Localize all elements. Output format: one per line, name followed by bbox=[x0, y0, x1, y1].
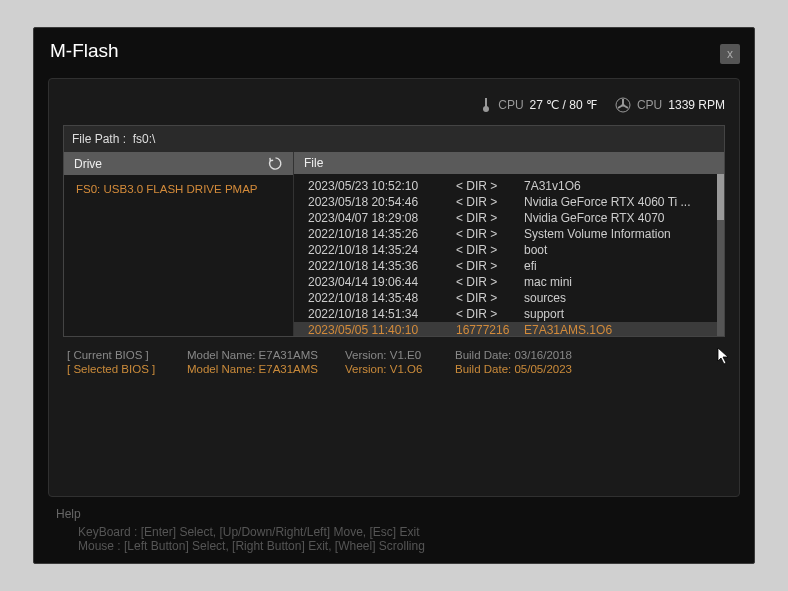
file-header-label: File bbox=[304, 156, 323, 170]
help-block: Help KeyBoard : [Enter] Select, [Up/Down… bbox=[34, 507, 754, 563]
cpu-temp-label: CPU bbox=[498, 98, 523, 112]
file-row[interactable]: 2023/04/14 19:06:44< DIR >mac mini bbox=[294, 274, 724, 290]
file-row[interactable]: 2022/10/18 14:35:48< DIR >sources bbox=[294, 290, 724, 306]
bios-selected-ver: Version: V1.O6 bbox=[345, 363, 455, 375]
close-icon: x bbox=[727, 47, 733, 61]
svg-point-1 bbox=[483, 106, 489, 112]
drive-row[interactable]: FS0: USB3.0 FLASH DRIVE PMAP bbox=[64, 181, 293, 197]
file-type: < DIR > bbox=[456, 275, 524, 289]
file-type: < DIR > bbox=[456, 227, 524, 241]
file-path-label: File Path : bbox=[72, 132, 126, 146]
file-header: File bbox=[294, 152, 724, 174]
cpu-fan-label: CPU bbox=[637, 98, 662, 112]
thermometer-icon bbox=[480, 97, 492, 113]
bios-selected-tag: [ Selected BIOS ] bbox=[67, 363, 187, 375]
file-date: 2023/04/14 19:06:44 bbox=[308, 275, 456, 289]
file-type: < DIR > bbox=[456, 211, 524, 225]
file-row[interactable]: 2022/10/18 14:35:26< DIR >System Volume … bbox=[294, 226, 724, 242]
file-date: 2022/10/18 14:51:34 bbox=[308, 307, 456, 321]
bios-current-build: Build Date: 03/16/2018 bbox=[455, 349, 615, 361]
inner-panel: CPU 27 ℃ / 80 ℉ CPU 1339 RPM File Path :… bbox=[48, 78, 740, 497]
file-row[interactable]: 2023/05/05 11:40:1016777216E7A31AMS.1O6 bbox=[294, 322, 724, 336]
file-type: < DIR > bbox=[456, 259, 524, 273]
file-name: sources bbox=[524, 291, 710, 305]
drive-header-label: Drive bbox=[74, 157, 102, 171]
cpu-fan: CPU 1339 RPM bbox=[615, 97, 725, 113]
scrollbar-thumb[interactable] bbox=[717, 174, 724, 220]
file-name: Nvidia GeForce RTX 4070 bbox=[524, 211, 710, 225]
app-title: M-Flash bbox=[50, 40, 119, 62]
file-date: 2022/10/18 14:35:26 bbox=[308, 227, 456, 241]
file-name: Nvidia GeForce RTX 4060 Ti ... bbox=[524, 195, 710, 209]
cpu-temp-value: 27 ℃ / 80 ℉ bbox=[530, 98, 597, 112]
file-date: 2023/05/05 11:40:10 bbox=[308, 323, 456, 336]
file-type: 16777216 bbox=[456, 323, 524, 336]
close-button[interactable]: x bbox=[720, 44, 740, 64]
bios-current-tag: [ Current BIOS ] bbox=[67, 349, 187, 361]
scrollbar[interactable] bbox=[717, 174, 724, 336]
bios-current-model: Model Name: E7A31AMS bbox=[187, 349, 345, 361]
bios-current-row: [ Current BIOS ] Model Name: E7A31AMS Ve… bbox=[67, 349, 721, 361]
file-row[interactable]: 2022/10/18 14:51:34< DIR >support bbox=[294, 306, 724, 322]
file-date: 2023/04/07 18:29:08 bbox=[308, 211, 456, 225]
file-row[interactable]: 2022/10/18 14:35:36< DIR >efi bbox=[294, 258, 724, 274]
cpu-temp: CPU 27 ℃ / 80 ℉ bbox=[480, 97, 597, 113]
cpu-fan-value: 1339 RPM bbox=[668, 98, 725, 112]
file-path-value: fs0:\ bbox=[133, 132, 156, 146]
file-date: 2023/05/23 10:52:10 bbox=[308, 179, 456, 193]
file-date: 2022/10/18 14:35:36 bbox=[308, 259, 456, 273]
drive-column: Drive FS0: USB3.0 FLASH DRIVE PMAP bbox=[64, 152, 294, 336]
file-path-bar: File Path : fs0:\ bbox=[64, 126, 724, 152]
file-list[interactable]: 2023/05/23 10:52:10< DIR >7A31v1O62023/0… bbox=[294, 174, 724, 336]
fan-icon bbox=[615, 97, 631, 113]
bios-selected-row: [ Selected BIOS ] Model Name: E7A31AMS V… bbox=[67, 363, 721, 375]
file-browser: File Path : fs0:\ Drive FS0: USB3.0 FLAS bbox=[63, 125, 725, 337]
file-type: < DIR > bbox=[456, 291, 524, 305]
file-row[interactable]: 2023/05/23 10:52:10< DIR >7A31v1O6 bbox=[294, 178, 724, 194]
file-name: efi bbox=[524, 259, 710, 273]
titlebar: M-Flash x bbox=[34, 28, 754, 68]
file-type: < DIR > bbox=[456, 179, 524, 193]
file-name: mac mini bbox=[524, 275, 710, 289]
file-name: support bbox=[524, 307, 710, 321]
bios-current-ver: Version: V1.E0 bbox=[345, 349, 455, 361]
drive-header: Drive bbox=[64, 152, 293, 175]
file-date: 2022/10/18 14:35:24 bbox=[308, 243, 456, 257]
file-date: 2022/10/18 14:35:48 bbox=[308, 291, 456, 305]
file-name: boot bbox=[524, 243, 710, 257]
mflash-window: M-Flash x CPU 27 ℃ / 80 ℉ CPU bbox=[33, 27, 755, 564]
file-name: E7A31AMS.1O6 bbox=[524, 323, 710, 336]
file-type: < DIR > bbox=[456, 243, 524, 257]
help-keyboard: KeyBoard : [Enter] Select, [Up/Down/Righ… bbox=[78, 525, 732, 539]
svg-point-3 bbox=[621, 104, 624, 107]
file-column: File 2023/05/23 10:52:10< DIR >7A31v1O62… bbox=[294, 152, 724, 336]
file-date: 2023/05/18 20:54:46 bbox=[308, 195, 456, 209]
file-row[interactable]: 2023/05/18 20:54:46< DIR >Nvidia GeForce… bbox=[294, 194, 724, 210]
file-name: 7A31v1O6 bbox=[524, 179, 710, 193]
help-mouse: Mouse : [Left Button] Select, [Right But… bbox=[78, 539, 732, 553]
file-name: System Volume Information bbox=[524, 227, 710, 241]
browser-columns: Drive FS0: USB3.0 FLASH DRIVE PMAP bbox=[64, 152, 724, 336]
file-row[interactable]: 2023/04/07 18:29:08< DIR >Nvidia GeForce… bbox=[294, 210, 724, 226]
drive-row-label: FS0: USB3.0 FLASH DRIVE PMAP bbox=[76, 183, 258, 195]
status-bar: CPU 27 ℃ / 80 ℉ CPU 1339 RPM bbox=[63, 93, 725, 117]
file-type: < DIR > bbox=[456, 307, 524, 321]
bios-selected-build: Build Date: 05/05/2023 bbox=[455, 363, 615, 375]
file-type: < DIR > bbox=[456, 195, 524, 209]
file-row[interactable]: 2022/10/18 14:35:24< DIR >boot bbox=[294, 242, 724, 258]
drive-list: FS0: USB3.0 FLASH DRIVE PMAP bbox=[64, 175, 293, 336]
help-title: Help bbox=[56, 507, 732, 521]
bios-info: [ Current BIOS ] Model Name: E7A31AMS Ve… bbox=[63, 349, 725, 375]
refresh-icon[interactable] bbox=[268, 156, 283, 171]
bios-selected-model: Model Name: E7A31AMS bbox=[187, 363, 345, 375]
